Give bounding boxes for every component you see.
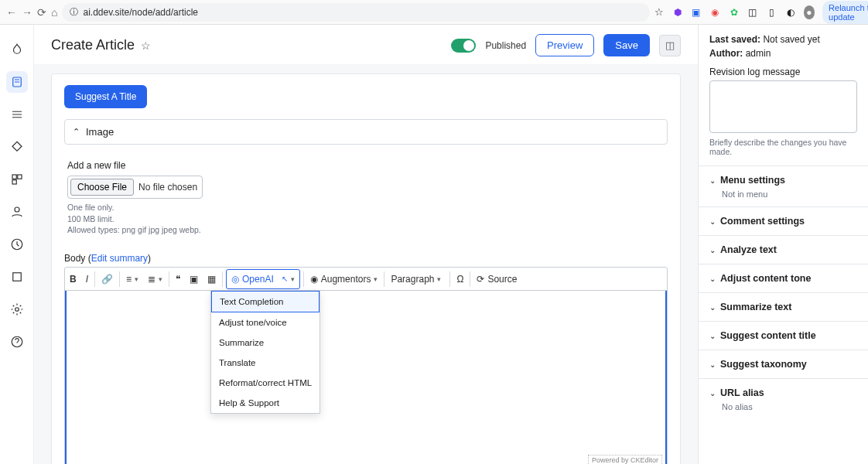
chevron-right-icon: ⌄ (709, 360, 716, 369)
bold-button[interactable]: B (65, 268, 81, 291)
openai-icon: ◎ (231, 274, 239, 285)
save-button[interactable]: Save (603, 34, 650, 56)
extension-icon[interactable]: ▣ (691, 5, 702, 19)
no-file-text: No file chosen (138, 182, 197, 193)
drupal-logo-icon[interactable] (6, 39, 28, 60)
settings-sidebar: Last saved: Not saved yet Author: admin … (698, 25, 868, 464)
back-button[interactable]: ← (6, 5, 17, 20)
published-toggle[interactable] (451, 39, 476, 53)
forward-button[interactable]: → (22, 5, 32, 20)
choose-file-button[interactable]: Choose File (70, 179, 134, 196)
edit-summary-link[interactable]: Edit summary (91, 253, 148, 264)
extension-icon[interactable]: ◉ (709, 5, 720, 19)
svg-rect-6 (12, 273, 21, 281)
blockquote-button[interactable]: ❝ (171, 268, 185, 291)
reports-icon[interactable] (6, 234, 28, 255)
svg-rect-2 (17, 175, 21, 179)
chevron-down-icon: ▾ (437, 275, 441, 283)
revision-hint: Briefly describe the changes you have ma… (709, 138, 857, 156)
extend-icon[interactable] (6, 169, 28, 190)
acc-summarize-text[interactable]: ⌄Summarize text (699, 292, 868, 321)
suggest-title-button[interactable]: Suggest A Title (64, 85, 147, 108)
help-icon[interactable] (6, 331, 28, 353)
chevron-down-icon: ▾ (291, 275, 295, 283)
preview-button[interactable]: Preview (535, 34, 594, 56)
page-title: Create Article (51, 37, 135, 53)
acc-adjust-tone[interactable]: ⌄Adjust content tone (699, 264, 868, 292)
augmentors-dropdown[interactable]: ◉ Augmentors ▾ (306, 268, 383, 291)
source-button[interactable]: ⟳ Source (472, 268, 521, 291)
article-form-card: Suggest A Title ⌃ Image Add a new file C… (51, 73, 681, 464)
square-icon[interactable] (6, 266, 28, 288)
author: Author: admin (709, 48, 857, 59)
acc-analyze-text[interactable]: ⌄Analyze text (699, 235, 868, 264)
special-char-button[interactable]: Ω (452, 268, 468, 291)
extension-icon[interactable]: ⬢ (672, 5, 682, 19)
media-button[interactable]: ▦ (203, 268, 220, 291)
image-section-header[interactable]: ⌃ Image (64, 119, 668, 145)
chevron-right-icon: ⌄ (709, 275, 716, 283)
link-button[interactable]: 🔗 (97, 268, 118, 291)
structure-icon[interactable] (6, 104, 28, 125)
browser-chrome: ← → ⟳ ⌂ ⓘ ai.ddev.site/node/add/article … (0, 0, 868, 25)
menu-settings-sub: Not in menu (699, 189, 868, 206)
page-header: Create Article ☆ Published Preview Save … (34, 25, 698, 64)
add-file-label: Add a new file (67, 160, 665, 171)
openai-menu: Text Completion Adjust tone/voice Summar… (210, 290, 320, 414)
avatar-icon[interactable]: ● (804, 5, 815, 19)
image-button[interactable]: ▣ (185, 268, 203, 291)
chevron-up-icon: ⌃ (73, 127, 80, 137)
published-label: Published (485, 40, 526, 51)
number-list-button[interactable]: ≣▾ (143, 268, 167, 291)
chevron-right-icon: ⌄ (709, 332, 716, 340)
openai-dropdown[interactable]: ◎ OpenAI ↖ ▾ (226, 269, 300, 289)
chevron-right-icon: ⌄ (709, 303, 716, 312)
acc-suggest-title[interactable]: ⌄Suggest content title (699, 321, 868, 350)
svg-point-7 (15, 308, 19, 312)
acc-suggest-taxonomy[interactable]: ⌄Suggest taxonomy (699, 350, 868, 378)
bullet-list-button[interactable]: ≡▾ (121, 268, 143, 291)
revision-log-input[interactable] (709, 80, 857, 133)
menu-item-help-support[interactable]: Help & Support (211, 393, 320, 413)
editor-toolbar: B I 🔗 ≡▾ ≣▾ ❝ ▣ ▦ ◎ OpenAI ↖ (65, 268, 667, 291)
chevron-right-icon: ⌄ (709, 217, 716, 226)
appearance-icon[interactable] (6, 136, 28, 158)
people-icon[interactable] (6, 201, 28, 223)
paragraph-dropdown[interactable]: Paragraph ▾ (386, 268, 448, 291)
file-hint: One file only. 100 MB limit. Allowed typ… (67, 202, 665, 236)
url-alias-sub: No alias (699, 402, 868, 419)
italic-button[interactable]: I (81, 268, 93, 291)
svg-rect-1 (12, 175, 16, 179)
extension-icon[interactable]: ▯ (766, 5, 777, 19)
rich-text-editor: B I 🔗 ≡▾ ≣▾ ❝ ▣ ▦ ◎ OpenAI ↖ (64, 267, 668, 464)
body-field-label: Body (Edit summary) (64, 253, 668, 264)
augmentors-icon: ◉ (310, 274, 318, 285)
svg-point-4 (15, 207, 19, 212)
sidebar-toggle-icon[interactable]: ◫ (659, 35, 681, 56)
file-input-row: Choose File No file chosen (67, 176, 203, 199)
menu-item-text-completion[interactable]: Text Completion (211, 291, 320, 312)
chevron-down-icon: ▾ (374, 275, 378, 283)
powered-by-label: Powered by CKEditor (588, 455, 662, 464)
acc-comment-settings[interactable]: ⌄Comment settings (699, 206, 868, 235)
svg-rect-3 (12, 180, 16, 184)
home-button[interactable]: ⌂ (51, 5, 57, 20)
source-icon: ⟳ (477, 274, 484, 285)
address-bar[interactable]: ⓘ ai.ddev.site/node/add/article (62, 3, 650, 22)
menu-item-translate[interactable]: Translate (211, 353, 320, 373)
extension-icon[interactable]: ◐ (784, 5, 795, 19)
site-info-icon: ⓘ (70, 6, 78, 18)
menu-item-adjust-tone[interactable]: Adjust tone/voice (211, 312, 320, 333)
reload-button[interactable]: ⟳ (37, 5, 46, 20)
bookmark-star-icon[interactable]: ☆ (654, 6, 664, 18)
menu-item-reformat-html[interactable]: Reformat/correct HTML (211, 373, 320, 393)
relaunch-button[interactable]: Relaunch to update (822, 1, 868, 24)
content-icon[interactable] (6, 71, 28, 93)
chevron-right-icon: ⌄ (709, 389, 716, 397)
menu-item-summarize[interactable]: Summarize (211, 333, 320, 353)
editor-content[interactable]: Text Completion Adjust tone/voice Summar… (65, 291, 667, 464)
config-icon[interactable] (6, 299, 28, 320)
extension-icon[interactable]: ✿ (728, 5, 739, 19)
favorite-star-icon[interactable]: ☆ (141, 39, 151, 52)
extension-icon[interactable]: ◫ (747, 5, 758, 19)
